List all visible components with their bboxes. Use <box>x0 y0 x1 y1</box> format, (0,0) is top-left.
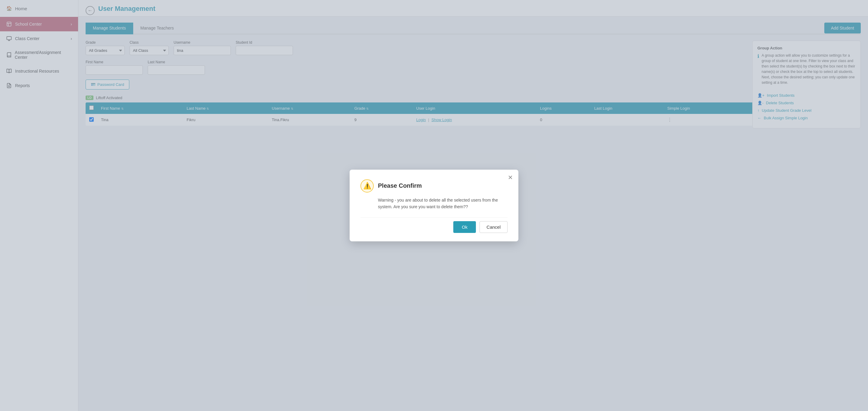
modal-ok-button[interactable]: Ok <box>453 221 476 233</box>
modal-header: ⚠️ Please Confirm <box>361 179 507 193</box>
confirm-modal: ✕ ⚠️ Please Confirm Warning - you are ab… <box>350 170 518 242</box>
modal-overlay: ✕ ⚠️ Please Confirm Warning - you are ab… <box>0 0 868 411</box>
modal-title: Please Confirm <box>378 182 422 189</box>
modal-body: Warning - you are about to delete all th… <box>361 197 507 210</box>
modal-cancel-button[interactable]: Cancel <box>479 221 507 233</box>
modal-footer: Ok Cancel <box>361 217 507 233</box>
modal-close-button[interactable]: ✕ <box>508 174 513 181</box>
warning-icon: ⚠️ <box>361 179 374 193</box>
